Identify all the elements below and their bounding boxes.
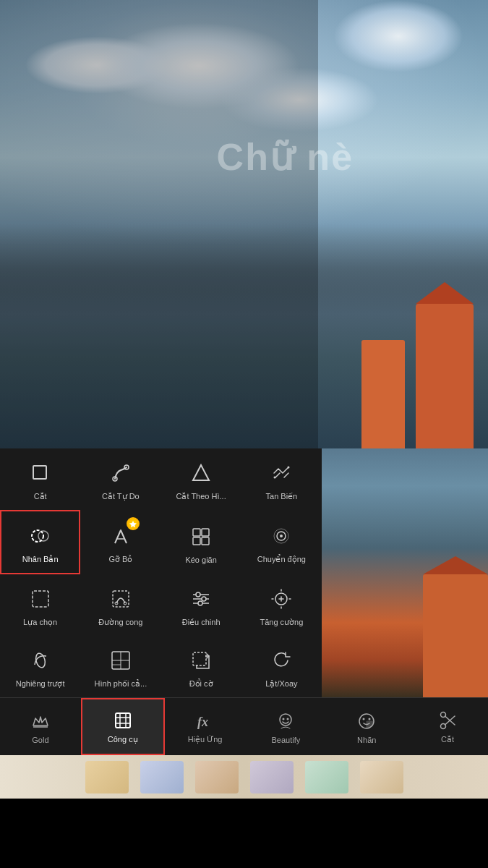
tool-grid-wrapper: Cắt Cắt Tự Do xyxy=(0,448,322,697)
svg-point-47 xyxy=(287,718,289,720)
svg-point-14 xyxy=(280,535,283,537)
resize-icon xyxy=(187,646,215,675)
nav-hieu-ung[interactable]: fx Hiệu Ứng xyxy=(165,698,246,755)
tool-cat-label: Cắt xyxy=(34,492,47,501)
tool-tang-cuong[interactable]: Tăng cường xyxy=(241,574,322,636)
nav-cong-cu[interactable]: Công cụ xyxy=(81,698,165,755)
building-2 xyxy=(361,340,405,448)
left-dim xyxy=(0,0,318,448)
vanish-icon xyxy=(267,459,296,488)
shapeCut-icon xyxy=(187,459,215,488)
gold-badge xyxy=(127,517,140,530)
tool-tan-bien[interactable]: Tan Biến xyxy=(241,448,322,510)
ad-thumb-5 xyxy=(305,761,348,793)
crown-icon xyxy=(29,710,52,733)
sticker-icon xyxy=(355,710,378,733)
svg-rect-10 xyxy=(193,537,200,545)
crop-icon xyxy=(26,459,55,488)
svg-marker-3 xyxy=(193,465,209,480)
enhance-icon xyxy=(267,584,296,613)
nav-gold[interactable]: Gold xyxy=(0,698,81,755)
tool-lat-xoay[interactable]: Lật/Xoay xyxy=(241,636,322,697)
tool-lua-chon[interactable]: Lựa chọn xyxy=(0,574,80,636)
stretch-icon xyxy=(187,522,215,551)
svg-point-4 xyxy=(274,477,276,479)
adjust-icon xyxy=(187,584,215,613)
tool-go-bo-label: Gỡ Bỏ xyxy=(108,555,132,564)
tool-tan-bien-label: Tan Biến xyxy=(266,492,298,501)
tool-dieu-chinh[interactable]: Điều chinh xyxy=(161,574,241,636)
tool-doi-co[interactable]: Đổi cờ xyxy=(161,636,241,697)
tool-cat[interactable]: Cắt xyxy=(0,448,80,510)
ad-thumb-2 xyxy=(140,761,184,793)
tool-row-1: Cắt Cắt Tự Do xyxy=(0,448,322,510)
preview-roof xyxy=(423,556,488,574)
tool-hinh-phoi[interactable]: Hình phối cả... xyxy=(80,636,160,697)
svg-point-6 xyxy=(32,530,43,542)
cloud-4 xyxy=(333,0,463,72)
svg-text:fx: fx xyxy=(197,715,208,729)
collage-icon xyxy=(106,646,135,675)
select-icon xyxy=(26,584,55,613)
svg-point-32 xyxy=(34,652,46,668)
tool-duong-cong-label: Đường cong xyxy=(98,618,142,627)
fx-icon: fx xyxy=(194,709,217,732)
svg-rect-39 xyxy=(116,713,130,728)
svg-point-23 xyxy=(202,597,206,601)
crop-tool-icon xyxy=(111,709,134,732)
building-roof xyxy=(416,282,474,304)
tools-panel: Cắt Cắt Tự Do xyxy=(0,448,488,697)
svg-rect-11 xyxy=(202,537,209,545)
svg-point-22 xyxy=(196,592,200,597)
building-1 xyxy=(416,304,474,448)
tool-tang-cuong-label: Tăng cường xyxy=(260,618,303,627)
tool-cat-theo-hi[interactable]: Cắt Theo Hì... xyxy=(161,448,241,510)
ad-content xyxy=(85,761,403,793)
tool-cat-theo-label: Cắt Theo Hì... xyxy=(176,492,226,501)
nav-cong-cu-label: Công cụ xyxy=(108,735,138,744)
tool-lua-chon-label: Lựa chọn xyxy=(23,618,57,627)
scissors-icon xyxy=(436,709,459,732)
clone-icon xyxy=(26,522,55,550)
ad-thumb-1 xyxy=(85,761,129,793)
tilt-icon xyxy=(26,646,55,675)
tool-go-bo[interactable]: Gỡ Bỏ xyxy=(80,510,160,574)
tool-chuyen-dong[interactable]: Chuyển động xyxy=(241,510,322,574)
tool-cat-tu-do[interactable]: Cắt Tự Do xyxy=(80,448,160,510)
tool-nghieng-truot-label: Nghiêng trượt xyxy=(16,679,65,689)
tool-lat-xoay-label: Lật/Xoay xyxy=(265,679,297,689)
tool-nhan-ban-label: Nhân Bản xyxy=(22,555,59,564)
tool-keo-gian-label: Kéo giãn xyxy=(185,556,216,564)
freecut-icon xyxy=(106,459,135,488)
nav-gold-label: Gold xyxy=(32,736,48,744)
tool-keo-gian[interactable]: Kéo giãn xyxy=(161,510,241,574)
nav-nhan[interactable]: Nhãn xyxy=(326,698,407,755)
nav-cat-label: Cắt xyxy=(441,735,454,744)
tool-chuyen-dong-label: Chuyển động xyxy=(257,555,306,564)
rotate-icon xyxy=(267,646,296,675)
watermark-text: Chữ nè xyxy=(217,135,354,179)
svg-point-49 xyxy=(363,718,365,720)
motion-icon xyxy=(267,522,296,550)
ad-thumb-4 xyxy=(250,761,294,793)
preview-building xyxy=(423,574,488,697)
tool-row-4: Nghiêng trượt Hình phối cả... xyxy=(0,636,322,697)
nav-hieu-ung-label: Hiệu Ứng xyxy=(188,735,223,744)
nav-beautify[interactable]: Beautify xyxy=(245,698,326,755)
svg-rect-15 xyxy=(33,591,48,607)
right-preview xyxy=(322,448,488,697)
tool-nhan-ban[interactable]: Nhân Bản xyxy=(0,510,80,574)
nav-nhan-label: Nhãn xyxy=(357,736,376,744)
tool-cat-tu-do-label: Cắt Tự Do xyxy=(102,492,140,501)
tool-duong-cong[interactable]: Đường cong xyxy=(80,574,160,636)
tool-row-2: Nhân Bản Gỡ Bỏ xyxy=(0,510,322,574)
tool-dieu-chinh-label: Điều chinh xyxy=(182,618,221,627)
svg-rect-9 xyxy=(202,529,209,536)
bottom-nav: Gold Công cụ fx Hiệu Ứng xyxy=(0,697,488,755)
nav-cat[interactable]: Cắt xyxy=(407,698,488,755)
svg-rect-0 xyxy=(33,466,46,479)
tool-nghieng-truot[interactable]: Nghiêng trượt xyxy=(0,636,80,697)
tool-row-3: Lựa chọn Đường cong xyxy=(0,574,322,636)
face-icon xyxy=(274,710,297,733)
tool-hinh-phoi-label: Hình phối cả... xyxy=(95,679,147,689)
